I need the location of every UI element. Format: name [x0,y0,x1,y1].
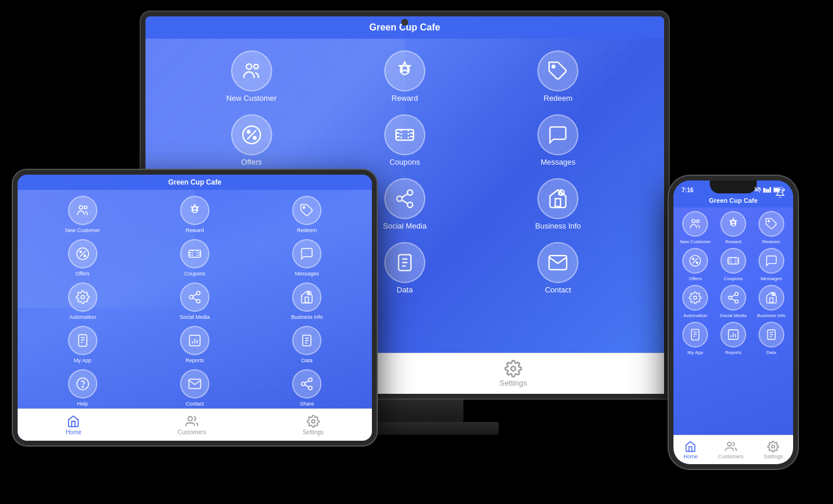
menu-label-reward: Reward [392,94,418,103]
menu-icon-contact [537,242,578,283]
menu-icon-help [68,369,97,399]
svg-rect-40 [763,188,765,193]
tablet-nav-home[interactable]: Home [66,415,82,435]
menu-item-share[interactable]: Share [254,369,360,407]
menu-item-redeem[interactable]: Redeem [487,50,629,103]
menu-icon-reward [720,211,746,237]
menu-label-social-media: Social Media [383,222,426,230]
menu-icon-reward [384,50,425,91]
menu-item-messages[interactable]: Messages [754,248,788,281]
menu-item-reward[interactable]: Reward [334,50,475,103]
menu-item-reports[interactable]: Reports [716,322,751,355]
menu-item-reports[interactable]: Reports [141,326,248,363]
menu-label-offers: Offers [241,158,262,166]
phone-device: 7:16 Green Cup Cafe New CustomerRewardRe… [669,176,798,469]
menu-label-my-app: My App [688,350,703,355]
menu-item-offers[interactable]: Offers [29,239,136,277]
menu-label-new-customer: New Customer [65,227,100,233]
menu-icon-business-info [537,178,578,219]
menu-icon-business-info [292,282,321,312]
menu-item-contact[interactable]: Contact [141,369,248,407]
menu-item-reward[interactable]: Reward [141,196,248,233]
menu-item-business-info[interactable]: Business Info [754,285,788,318]
menu-icon-coupons [180,239,209,268]
menu-item-coupons[interactable]: Coupons [141,239,248,277]
menu-label-reports: Reports [185,357,204,363]
menu-item-help[interactable]: Help [29,369,136,407]
menu-label-social-media: Social Media [180,314,210,320]
menu-label-offers: Offers [689,276,702,281]
menu-item-data[interactable]: Data [254,326,360,363]
menu-label-offers: Offers [75,271,89,277]
svg-rect-42 [767,189,769,193]
tablet-device: Green Cup Cafe New CustomerRewardRedeemO… [13,170,377,475]
menu-item-contact[interactable]: Contact [487,242,629,294]
phone-nav-customers[interactable]: Customers [718,441,744,459]
tablet-nav-settings[interactable]: Settings [303,415,324,435]
menu-item-redeem[interactable]: Redeem [754,211,788,244]
menu-item-coupons[interactable]: Coupons [334,114,475,166]
menu-icon-share [292,369,321,399]
menu-item-automation[interactable]: Automation [29,282,136,320]
menu-label-automation: Automation [683,313,707,318]
menu-icon-messages [758,248,784,274]
tablet-nav-customers[interactable]: Customers [178,415,206,435]
menu-item-social-media[interactable]: Social Media [141,282,248,320]
menu-item-messages[interactable]: Messages [254,239,360,277]
menu-label-business-info: Business Info [535,222,581,230]
menu-label-redeem: Redeem [763,239,780,244]
menu-item-redeem[interactable]: Redeem [254,196,360,233]
menu-label-data: Data [766,350,776,355]
phone-screen: 7:16 Green Cup Cafe New CustomerRewardRe… [673,181,793,464]
menu-label-help: Help [77,401,88,407]
menu-item-offers[interactable]: Offers [678,248,713,281]
menu-item-my-app[interactable]: My App [678,322,713,355]
menu-label-new-customer: New Customer [226,94,277,103]
menu-label-reward: Reward [725,239,741,244]
menu-item-social-media[interactable]: Social Media [716,285,751,318]
menu-item-offers[interactable]: Offers [181,114,322,166]
menu-icon-reward [180,196,209,225]
phone-nav-settings[interactable]: Settings [764,441,783,459]
menu-icon-social-media [720,285,746,311]
menu-icon-my-app [682,322,708,348]
menu-label-reports: Reports [725,350,741,355]
menu-label-data: Data [302,357,313,363]
menu-icon-my-app [68,326,97,355]
menu-item-new-customer[interactable]: New Customer [181,50,322,103]
monitor-nav-settings[interactable]: Settings [499,360,527,387]
menu-item-messages[interactable]: Messages [487,114,629,166]
menu-icon-offers [231,114,272,155]
menu-label-business-info: Business Info [757,313,785,318]
phone-app-title: Green Cup Cafe [709,197,757,204]
menu-item-automation[interactable]: Automation [678,285,713,318]
menu-icon-offers [682,248,708,274]
menu-item-new-customer[interactable]: New Customer [678,211,713,244]
menu-icon-business-info [758,285,784,311]
menu-icon-social-media [180,282,209,312]
menu-label-business-info: Business Info [291,314,323,320]
menu-item-reward[interactable]: Reward [716,211,751,244]
tablet-app-title: Green Cup Cafe [168,178,222,186]
menu-item-coupons[interactable]: Coupons [716,248,751,281]
menu-icon-redeem [537,50,578,91]
menu-label-contact: Contact [545,285,571,294]
menu-item-business-info[interactable]: Business Info [254,282,360,320]
menu-icon-contact [180,369,209,399]
phone-nav-home[interactable]: Home [683,441,697,459]
svg-rect-43 [770,187,771,192]
menu-label-messages: Messages [295,271,319,277]
menu-item-data[interactable]: Data [754,322,788,355]
menu-item-my-app[interactable]: My App [29,326,136,363]
menu-icon-coupons [384,114,425,155]
tablet-screen: Green Cup Cafe New CustomerRewardRedeemO… [18,175,372,441]
menu-icon-reports [180,326,209,355]
phone-status-icons [754,186,785,193]
tablet-app-header: Green Cup Cafe [18,175,372,190]
menu-label-coupons: Coupons [390,158,420,166]
menu-label-redeem: Redeem [544,94,573,103]
menu-icon-automation [682,285,708,311]
menu-item-business-info[interactable]: Business Info [487,178,629,230]
menu-icon-new-customer [682,211,708,237]
menu-item-new-customer[interactable]: New Customer [29,196,136,233]
